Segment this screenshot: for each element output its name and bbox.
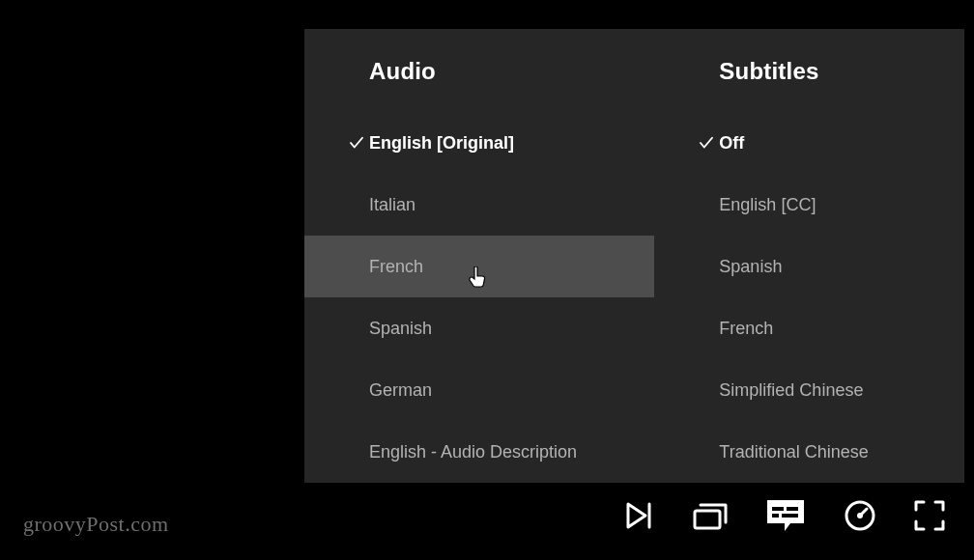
svg-rect-1 [695,511,720,528]
subtitles-option[interactable]: English [CC] [654,174,964,236]
playback-speed-button[interactable] [843,498,877,533]
subtitles-option-label: Off [719,133,744,154]
audio-option[interactable]: Italian [304,174,654,236]
subtitles-option[interactable]: Off [654,112,964,174]
subtitles-option[interactable]: Spanish [654,236,964,297]
audio-option[interactable]: English - Audio Description [304,421,654,483]
episodes-button[interactable] [692,498,729,533]
audio-option-label: English - Audio Description [369,442,577,462]
subtitles-option-label: Traditional Chinese [719,442,868,462]
audio-option[interactable]: Spanish [304,297,654,359]
svg-rect-4 [772,514,779,518]
next-episode-button[interactable] [622,498,657,533]
audio-option-label: Italian [369,195,415,215]
subtitles-option-label: Spanish [719,257,782,277]
audio-option-label: German [369,380,432,401]
subtitles-option-label: Simplified Chinese [719,380,863,401]
subtitles-column: Subtitles OffEnglish [CC]SpanishFrenchSi… [654,29,964,483]
audio-subtitles-menu: Audio English [Original]ItalianFrenchSpa… [304,29,964,483]
check-icon [693,134,719,152]
audio-header: Audio [369,58,654,85]
subtitles-option-label: French [719,319,773,339]
fullscreen-button[interactable] [912,498,947,533]
subtitles-header: Subtitles [719,58,964,85]
audio-options-list: English [Original]ItalianFrenchSpanishGe… [304,112,654,483]
audio-column: Audio English [Original]ItalianFrenchSpa… [304,29,654,483]
audio-option[interactable]: German [304,359,654,421]
check-icon [343,134,369,152]
audio-option-label: French [369,257,423,277]
subtitles-options-list: OffEnglish [CC]SpanishFrenchSimplified C… [654,112,964,483]
subtitles-option-label: English [CC] [719,195,816,215]
audio-option[interactable]: English [Original] [304,112,654,174]
audio-option-label: Spanish [369,319,432,339]
player-controls [622,496,947,535]
subtitles-option[interactable]: Simplified Chinese [654,359,964,421]
watermark-text: groovyPost.com [23,512,169,537]
svg-rect-3 [787,507,798,511]
audio-option[interactable]: French [304,236,654,297]
svg-line-8 [860,509,867,516]
audio-subtitles-button[interactable] [763,496,808,535]
audio-option-label: English [Original] [369,133,514,154]
subtitles-option[interactable]: French [654,297,964,359]
svg-rect-5 [782,514,798,518]
subtitles-option[interactable]: Traditional Chinese [654,421,964,483]
svg-rect-2 [772,507,784,511]
